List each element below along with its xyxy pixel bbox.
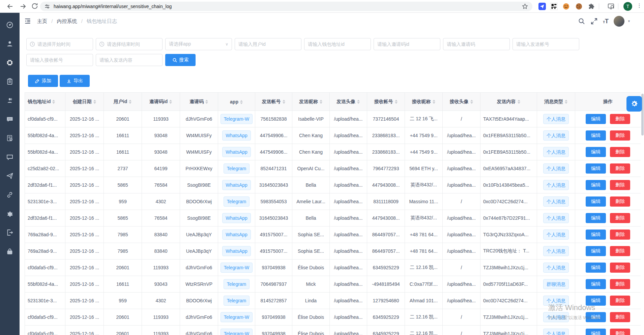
- sidebar-item-link-icon[interactable]: [0, 185, 20, 204]
- address-bar[interactable]: haiwang.app/miwang#/internal/user_sensit…: [40, 2, 532, 11]
- column-header-recv_account[interactable]: 接收帐号: [367, 93, 405, 111]
- delete-button[interactable]: 删除: [610, 130, 630, 141]
- edit-button[interactable]: 编辑: [586, 147, 606, 157]
- edit-button[interactable]: 编辑: [586, 114, 606, 124]
- edit-button[interactable]: 编辑: [586, 329, 606, 335]
- delete-button[interactable]: 删除: [610, 263, 630, 273]
- end-time-input[interactable]: [96, 38, 163, 50]
- delete-button[interactable]: 删除: [610, 296, 630, 306]
- delete-button[interactable]: 删除: [610, 196, 630, 207]
- bookmark-star-icon[interactable]: [522, 3, 528, 10]
- sort-carets-icon[interactable]: [320, 100, 323, 104]
- user-id-input[interactable]: [235, 38, 301, 50]
- start-time-input[interactable]: [26, 38, 93, 50]
- sort-carets-icon[interactable]: [129, 100, 132, 104]
- export-button[interactable]: 导出: [60, 75, 90, 87]
- site-settings-icon[interactable]: [44, 3, 50, 9]
- column-header-invite_code[interactable]: 邀请码: [180, 93, 218, 111]
- fullscreen-icon[interactable]: [590, 18, 598, 25]
- send-account-input[interactable]: [513, 38, 579, 50]
- wallet-id-input[interactable]: [304, 38, 371, 50]
- user-avatar[interactable]: [614, 16, 624, 27]
- delete-button[interactable]: 删除: [610, 114, 630, 124]
- sidebar-item-lock-icon[interactable]: [0, 242, 20, 261]
- sort-carets-icon[interactable]: [518, 100, 521, 104]
- column-header-send_nick[interactable]: 发送昵称: [292, 93, 330, 111]
- sidebar-item-chat-dots-icon[interactable]: [0, 110, 20, 129]
- delete-button[interactable]: 删除: [610, 180, 630, 190]
- sort-carets-icon[interactable]: [395, 100, 398, 104]
- recv-account-input[interactable]: [26, 54, 93, 66]
- edit-button[interactable]: 编辑: [586, 180, 606, 190]
- edit-button[interactable]: 编辑: [586, 279, 606, 289]
- column-header-msg_type[interactable]: 消息类型: [537, 93, 575, 111]
- column-header-app[interactable]: app: [218, 93, 255, 111]
- sort-carets-icon[interactable]: [52, 100, 55, 104]
- edit-button[interactable]: 编辑: [586, 163, 606, 174]
- invite-code-input[interactable]: [443, 38, 510, 50]
- sidebar-item-member-icon[interactable]: [0, 91, 20, 110]
- search-button[interactable]: 搜索: [165, 54, 196, 66]
- sort-carets-icon[interactable]: [240, 100, 243, 104]
- devtools-inspect-icon[interactable]: [607, 2, 615, 10]
- delete-button[interactable]: 删除: [610, 279, 630, 289]
- sidebar-item-settings-icon[interactable]: [0, 204, 20, 223]
- column-header-send_avatar[interactable]: 发送头像: [330, 93, 367, 111]
- column-header-content[interactable]: 发送内容: [480, 93, 537, 111]
- edit-button[interactable]: 编辑: [586, 230, 606, 240]
- extension-qr-icon[interactable]: [550, 2, 558, 10]
- extension-emoji-icon[interactable]: [562, 2, 570, 10]
- font-size-icon[interactable]: тT: [603, 18, 609, 25]
- sidebar-item-dashboard-icon[interactable]: [0, 16, 20, 34]
- column-header-recv_nick[interactable]: 接收昵称: [405, 93, 443, 111]
- sort-carets-icon[interactable]: [283, 100, 286, 104]
- sidebar-item-send-icon[interactable]: [0, 166, 20, 185]
- chevron-down-icon[interactable]: ▼: [627, 20, 631, 23]
- column-header-created[interactable]: 创建日期: [65, 93, 104, 111]
- sort-carets-icon[interactable]: [433, 100, 436, 104]
- delete-button[interactable]: 删除: [610, 230, 630, 240]
- sidebar-item-doc-check-icon[interactable]: [0, 129, 20, 148]
- column-header-user_id[interactable]: 用户id: [104, 93, 142, 111]
- extension-send-icon[interactable]: [538, 2, 546, 10]
- invite-id-input[interactable]: [374, 38, 440, 50]
- send-content-input[interactable]: [96, 54, 163, 66]
- browser-menu-icon[interactable]: ⋮: [637, 2, 642, 9]
- search-icon[interactable]: [578, 18, 585, 25]
- url-text[interactable]: haiwang.app/miwang#/internal/user_sensit…: [54, 4, 522, 9]
- extension-cookie-icon[interactable]: [575, 2, 583, 10]
- column-header-send_account[interactable]: 发送帐号: [255, 93, 292, 111]
- extensions-puzzle-icon[interactable]: [588, 2, 596, 10]
- breadcrumb-section[interactable]: 内控系统: [57, 18, 77, 24]
- sort-carets-icon[interactable]: [169, 100, 172, 104]
- edit-button[interactable]: 编辑: [586, 246, 606, 256]
- browser-profile-avatar[interactable]: T: [623, 2, 632, 11]
- sort-carets-icon[interactable]: [357, 100, 360, 104]
- sidebar-item-internal-cpu-icon[interactable]: [0, 53, 20, 72]
- sidebar-item-chat-icon[interactable]: [0, 148, 20, 166]
- sort-carets-icon[interactable]: [565, 100, 568, 104]
- delete-button[interactable]: 删除: [610, 163, 630, 174]
- add-button[interactable]: 添加: [28, 75, 58, 87]
- forward-icon[interactable]: [19, 2, 27, 10]
- sort-carets-icon[interactable]: [470, 100, 473, 104]
- column-header-recv_avatar[interactable]: 接收头像: [443, 93, 480, 111]
- sort-carets-icon[interactable]: [93, 100, 96, 104]
- delete-button[interactable]: 删除: [610, 329, 630, 335]
- sidebar-item-user-icon[interactable]: [0, 34, 20, 53]
- delete-button[interactable]: 删除: [610, 147, 630, 157]
- reload-icon[interactable]: [31, 2, 39, 10]
- sidebar-item-clipboard-icon[interactable]: [0, 72, 20, 91]
- edit-button[interactable]: 编辑: [586, 263, 606, 273]
- column-settings-gear-button[interactable]: [626, 96, 642, 112]
- app-select[interactable]: 请选择app∨: [165, 38, 232, 50]
- back-icon[interactable]: [6, 2, 14, 10]
- sort-carets-icon[interactable]: [205, 100, 208, 104]
- delete-button[interactable]: 删除: [610, 312, 630, 322]
- edit-button[interactable]: 编辑: [586, 196, 606, 207]
- delete-button[interactable]: 删除: [610, 246, 630, 256]
- column-header-invite_id[interactable]: 邀请码id: [142, 93, 180, 111]
- column-header-wallet_id[interactable]: 钱包地址id: [25, 93, 65, 111]
- sidebar-item-export-icon[interactable]: [0, 223, 20, 242]
- edit-button[interactable]: 编辑: [586, 130, 606, 141]
